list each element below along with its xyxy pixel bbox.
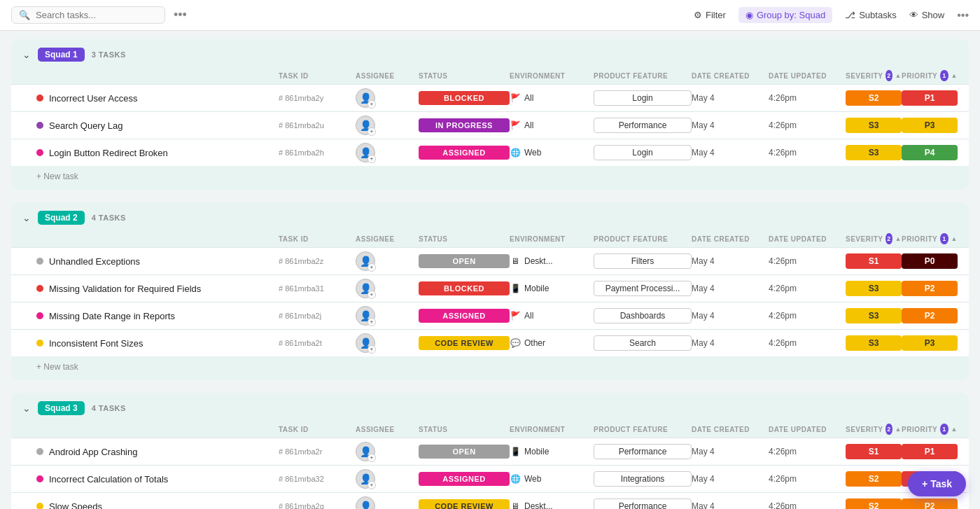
squad-chevron-squad2[interactable]: ⌄ — [22, 212, 31, 223]
col-date-updated[interactable]: DATE UPDATED — [769, 235, 846, 243]
environment-cell[interactable]: 🌐 Web — [510, 147, 594, 158]
col-product-feature[interactable]: PRODUCT FEATURE — [594, 235, 692, 243]
subtasks-button[interactable]: ⎇ Subtasks — [845, 10, 896, 20]
col-task-id[interactable]: TASK ID — [279, 72, 356, 80]
environment-cell[interactable]: 📱 Mobile — [510, 283, 594, 294]
assignee-avatar[interactable]: 👤 + — [356, 279, 375, 298]
col-priority[interactable]: PRIORITY 1 ▲ — [902, 424, 958, 435]
col-task-id[interactable]: TASK ID — [279, 426, 356, 433]
environment-cell[interactable]: 🖥 Deskt... — [510, 501, 594, 509]
assignee-avatar[interactable]: 👤 + — [356, 469, 375, 489]
add-assignee-icon[interactable]: + — [368, 345, 376, 354]
new-task-button[interactable]: + New task — [11, 166, 969, 190]
col-status[interactable]: STATUS — [419, 426, 510, 433]
task-row[interactable]: Search Query Lag # 861mrba2u 👤 + IN PROG… — [11, 111, 969, 139]
assignee-avatar[interactable]: 👤 + — [356, 116, 375, 135]
status-badge[interactable]: CODE REVIEW — [419, 499, 510, 509]
task-row[interactable]: Android App Crashing # 861mrba2r 👤 + OPE… — [11, 438, 969, 465]
product-feature-cell[interactable]: Dashboards — [594, 308, 692, 323]
add-assignee-icon[interactable]: + — [368, 481, 376, 489]
environment-cell[interactable]: 🌐 Web — [510, 473, 594, 484]
environment-cell[interactable]: 🚩 All — [510, 310, 594, 321]
assignee-avatar[interactable]: 👤 + — [356, 88, 375, 108]
col-date-created[interactable]: DATE CREATED — [692, 235, 769, 243]
task-row[interactable]: Login Button Redirect Broken # 861mrba2h… — [11, 139, 969, 166]
squad-badge-squad2[interactable]: Squad 2 — [38, 211, 85, 225]
add-assignee-icon[interactable]: + — [368, 263, 376, 272]
task-row[interactable]: Inconsistent Font Sizes # 861mrba2t 👤 + … — [11, 329, 969, 356]
col-assignee[interactable]: ASSIGNEE — [356, 426, 419, 433]
group-by-button[interactable]: ◉ Group by: Squad — [738, 7, 832, 23]
col-assignee[interactable]: ASSIGNEE — [356, 235, 419, 243]
product-feature-cell[interactable]: Filters — [594, 253, 692, 269]
col-severity[interactable]: SEVERITY 2 ▲ — [846, 70, 902, 81]
status-badge[interactable]: IN PROGRESS — [419, 118, 510, 132]
assignee-avatar[interactable]: 👤 + — [356, 442, 375, 461]
product-feature-cell[interactable]: Payment Processi... — [594, 281, 692, 296]
add-assignee-icon[interactable]: + — [368, 318, 376, 326]
col-task-id[interactable]: TASK ID — [279, 235, 356, 243]
col-environment[interactable]: ENVIRONMENT — [510, 235, 594, 243]
status-badge[interactable]: BLOCKED — [419, 91, 510, 105]
col-date-created[interactable]: DATE CREATED — [692, 426, 769, 433]
environment-cell[interactable]: 🚩 All — [510, 120, 594, 131]
product-feature-cell[interactable]: Performance — [594, 118, 692, 133]
product-feature-cell[interactable]: Integrations — [594, 471, 692, 487]
squad-badge-squad3[interactable]: Squad 3 — [38, 401, 85, 415]
task-row[interactable]: Unhandled Exceptions # 861mrba2z 👤 + OPE… — [11, 247, 969, 274]
col-product-feature[interactable]: PRODUCT FEATURE — [594, 426, 692, 433]
add-assignee-icon[interactable]: + — [368, 127, 376, 136]
squad-chevron-squad1[interactable]: ⌄ — [22, 49, 31, 60]
status-badge[interactable]: ASSIGNED — [419, 309, 510, 323]
col-date-created[interactable]: DATE CREATED — [692, 72, 769, 80]
environment-cell[interactable]: 🚩 All — [510, 92, 594, 104]
col-status[interactable]: STATUS — [419, 72, 510, 80]
topbar-more-icon[interactable]: ••• — [174, 8, 187, 22]
col-environment[interactable]: ENVIRONMENT — [510, 426, 594, 433]
assignee-avatar[interactable]: 👤 + — [356, 251, 375, 271]
task-row[interactable]: Incorrect Calculation of Totals # 861mrb… — [11, 465, 969, 492]
filter-button[interactable]: ⚙ Filter — [694, 10, 726, 20]
product-feature-cell[interactable]: Performance — [594, 444, 692, 459]
col-environment[interactable]: ENVIRONMENT — [510, 72, 594, 80]
assignee-avatar[interactable]: 👤 + — [356, 496, 375, 509]
col-priority[interactable]: PRIORITY 1 ▲ — [902, 70, 958, 81]
product-feature-cell[interactable]: Login — [594, 90, 692, 106]
status-badge[interactable]: ASSIGNED — [419, 146, 510, 160]
add-task-fab[interactable]: + Task — [908, 471, 966, 496]
status-badge[interactable]: BLOCKED — [419, 281, 510, 295]
squad-badge-squad1[interactable]: Squad 1 — [38, 48, 85, 62]
col-status[interactable]: STATUS — [419, 235, 510, 243]
product-feature-cell[interactable]: Performance — [594, 498, 692, 509]
add-assignee-icon[interactable]: + — [368, 155, 376, 163]
status-badge[interactable]: CODE REVIEW — [419, 336, 510, 350]
assignee-avatar[interactable]: 👤 + — [356, 333, 375, 353]
add-assignee-icon[interactable]: + — [368, 291, 376, 299]
add-assignee-icon[interactable]: + — [368, 100, 376, 109]
show-button[interactable]: 👁 Show — [909, 10, 945, 20]
new-task-button[interactable]: + New task — [11, 356, 969, 380]
task-row[interactable]: Slow Speeds # 861mrba2q 👤 + CODE REVIEW … — [11, 492, 969, 509]
squad-chevron-squad3[interactable]: ⌄ — [22, 403, 31, 414]
col-date-updated[interactable]: DATE UPDATED — [769, 426, 846, 433]
environment-cell[interactable]: 💬 Other — [510, 337, 594, 349]
add-assignee-icon[interactable]: + — [368, 454, 376, 462]
task-row[interactable]: Missing Validation for Required Fields #… — [11, 274, 969, 302]
status-badge[interactable]: ASSIGNED — [419, 472, 510, 486]
product-feature-cell[interactable]: Search — [594, 335, 692, 351]
col-severity[interactable]: SEVERITY 2 ▲ — [846, 233, 902, 244]
environment-cell[interactable]: 🖥 Deskt... — [510, 256, 594, 267]
col-priority[interactable]: PRIORITY 1 ▲ — [902, 233, 958, 244]
assignee-avatar[interactable]: 👤 + — [356, 306, 375, 326]
col-assignee[interactable]: ASSIGNEE — [356, 72, 419, 80]
col-date-updated[interactable]: DATE UPDATED — [769, 72, 846, 80]
search-box[interactable]: 🔍 — [11, 6, 165, 24]
status-badge[interactable]: OPEN — [419, 445, 510, 459]
task-row[interactable]: Missing Date Range in Reports # 861mrba2… — [11, 302, 969, 329]
environment-cell[interactable]: 📱 Mobile — [510, 446, 594, 457]
status-badge[interactable]: OPEN — [419, 254, 510, 268]
topbar-more2-icon[interactable]: ••• — [957, 9, 969, 22]
search-input[interactable] — [36, 10, 148, 20]
product-feature-cell[interactable]: Login — [594, 145, 692, 160]
task-row[interactable]: Incorrect User Access # 861mrba2y 👤 + BL… — [11, 84, 969, 111]
